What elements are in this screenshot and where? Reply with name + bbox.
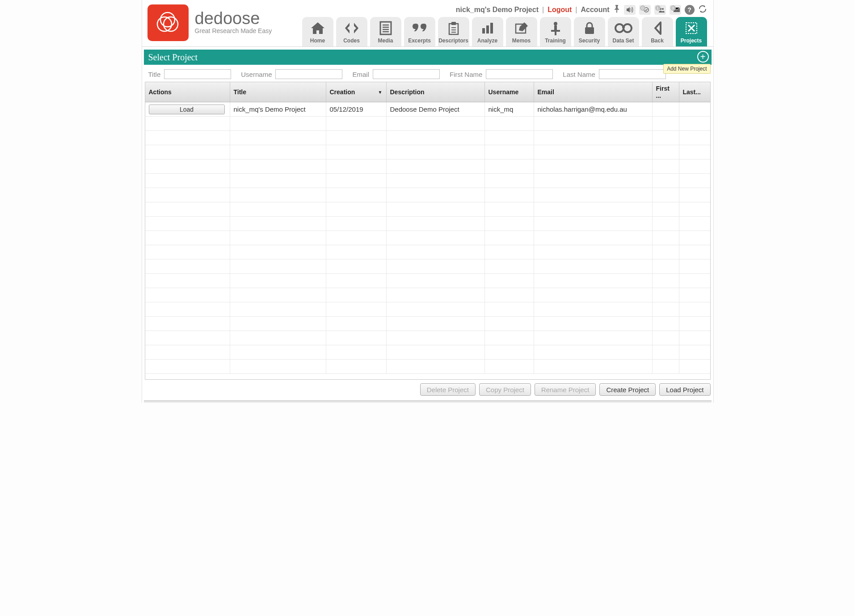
svg-rect-25 <box>585 27 594 34</box>
row-load-button[interactable]: Load <box>149 105 225 114</box>
account-link[interactable]: Account <box>581 6 610 14</box>
svg-point-0 <box>157 17 172 31</box>
add-project-tooltip: Add New Project <box>663 64 710 74</box>
training-icon <box>549 21 562 36</box>
col-title[interactable]: Title <box>230 82 326 102</box>
table-row-empty <box>145 217 710 231</box>
copy-project-button[interactable]: Copy Project <box>479 383 531 396</box>
tab-media[interactable]: Media <box>370 17 401 46</box>
filter-lastname-input[interactable] <box>599 69 666 79</box>
col-creation[interactable]: Creation ▼ <box>326 82 387 102</box>
codes-icon <box>343 21 360 36</box>
brand-tagline: Great Research Made Easy <box>195 27 272 34</box>
svg-point-2 <box>160 13 175 27</box>
tab-memos[interactable]: Memos <box>506 17 537 46</box>
col-email[interactable]: Email <box>534 82 653 102</box>
filter-firstname-input[interactable] <box>486 69 553 79</box>
projects-icon <box>684 21 699 36</box>
table-row-empty <box>145 159 710 174</box>
tab-codes[interactable]: Codes <box>336 17 367 46</box>
panel-title-bar: Select Project + Add New Project <box>144 50 712 65</box>
table-row-empty <box>145 188 710 202</box>
dataset-icon <box>615 21 632 36</box>
filter-username-input[interactable] <box>275 69 342 79</box>
table-row-empty <box>145 245 710 260</box>
cell-title: nick_mq's Demo Project <box>230 102 326 116</box>
cell-first <box>653 102 679 116</box>
table-row-empty <box>145 231 710 245</box>
tab-security[interactable]: Security <box>574 17 605 46</box>
add-project-button[interactable]: + <box>697 51 709 63</box>
users-icon[interactable]: 1 <box>654 5 666 15</box>
rename-project-button[interactable]: Rename Project <box>535 383 596 396</box>
current-project-name: nick_mq's Demo Project <box>456 6 539 14</box>
tab-home[interactable]: Home <box>302 17 333 46</box>
brand-name: dedoose <box>195 9 272 28</box>
table-row-empty <box>145 317 710 331</box>
svg-rect-23 <box>551 30 560 32</box>
sort-indicator-icon: ▼ <box>378 90 383 95</box>
mail-icon[interactable]: 0 <box>670 5 681 15</box>
svg-rect-24 <box>555 32 556 35</box>
tasks-icon[interactable]: 0 <box>639 5 651 15</box>
svg-point-26 <box>615 24 623 32</box>
tab-dataset[interactable]: Data Set <box>608 17 639 46</box>
table-row-empty <box>145 131 710 145</box>
cell-last <box>679 102 710 116</box>
back-icon <box>653 21 662 36</box>
refresh-icon[interactable] <box>698 4 707 15</box>
tab-projects[interactable]: Projects <box>676 17 707 46</box>
filter-email-input[interactable] <box>373 69 440 79</box>
tab-back[interactable]: Back <box>642 17 673 46</box>
media-icon <box>379 21 392 36</box>
filter-lastname-label: Last Name <box>563 71 595 78</box>
top-right-bar: nick_mq's Demo Project | Logout | Accoun… <box>456 4 707 15</box>
panel-title: Select Project <box>148 52 198 63</box>
descriptors-icon <box>447 21 460 36</box>
filter-email-label: Email <box>352 71 369 78</box>
svg-rect-17 <box>482 28 485 34</box>
col-actions[interactable]: Actions <box>145 82 230 102</box>
col-last[interactable]: Last... <box>679 82 710 102</box>
cell-username: nick_mq <box>485 102 534 116</box>
col-description[interactable]: Description <box>387 82 485 102</box>
create-project-button[interactable]: Create Project <box>599 383 656 396</box>
tab-training[interactable]: Training <box>540 17 571 46</box>
tab-descriptors[interactable]: Descriptors <box>438 17 469 46</box>
brand-logo: dedoose Great Research Made Easy <box>147 4 272 41</box>
table-header-row: Actions Title Creation ▼ Description Use… <box>145 82 710 102</box>
load-project-button[interactable]: Load Project <box>659 383 710 396</box>
svg-point-27 <box>623 24 632 32</box>
table-row-empty <box>145 174 710 188</box>
svg-rect-19 <box>490 23 493 34</box>
tab-analyze[interactable]: Analyze <box>472 17 503 46</box>
cell-email: nicholas.harrigan@mq.edu.au <box>534 102 653 116</box>
svg-rect-13 <box>451 22 456 25</box>
sound-icon[interactable] <box>624 5 636 15</box>
svg-rect-18 <box>486 25 489 34</box>
table-row-empty <box>145 302 710 317</box>
pin-icon[interactable] <box>613 5 620 15</box>
delete-project-button[interactable]: Delete Project <box>420 383 476 396</box>
logo-icon <box>147 4 189 41</box>
col-first[interactable]: First ... <box>653 82 679 102</box>
col-username[interactable]: Username <box>485 82 534 102</box>
svg-rect-7 <box>380 22 391 34</box>
memos-icon <box>514 21 529 36</box>
table-row-empty <box>145 117 710 131</box>
logout-link[interactable]: Logout <box>548 6 572 14</box>
tab-excerpts[interactable]: Excerpts <box>404 17 435 46</box>
table-row-empty <box>145 274 710 288</box>
svg-point-21 <box>554 22 557 25</box>
table-row[interactable]: Loadnick_mq's Demo Project05/12/2019Dedo… <box>145 102 710 117</box>
svg-point-5 <box>662 8 664 10</box>
table-row-empty <box>145 202 710 217</box>
table-row-empty <box>145 360 710 374</box>
table-row-empty <box>145 288 710 302</box>
filter-username-label: Username <box>241 71 272 78</box>
svg-rect-22 <box>554 25 557 30</box>
table-row-empty <box>145 345 710 360</box>
help-icon[interactable]: ? <box>685 5 695 15</box>
filter-title-input[interactable] <box>164 69 231 79</box>
home-icon <box>310 21 325 36</box>
